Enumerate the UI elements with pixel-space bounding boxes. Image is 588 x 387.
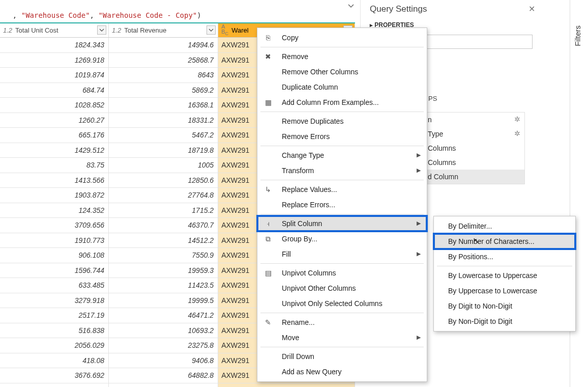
- cell-total-unit-cost[interactable]: 189.945: [0, 383, 109, 388]
- menu-item-label: Drill Down: [282, 352, 314, 361]
- menu-item-replace-errors[interactable]: Replace Errors...: [257, 197, 427, 212]
- cell-total-revenue[interactable]: 14994.6: [109, 38, 218, 52]
- menu-item-rename[interactable]: ✎Rename...: [257, 315, 427, 330]
- cell-total-unit-cost[interactable]: 1019.874: [0, 68, 109, 82]
- cell-total-unit-cost[interactable]: 3709.656: [0, 218, 109, 233]
- cell-total-unit-cost[interactable]: 1028.852: [0, 98, 109, 113]
- cell-total-revenue[interactable]: 64882.8: [109, 368, 218, 383]
- formula-bar[interactable]: , "Warehouse Code", "Warehouse Code - Co…: [4, 3, 352, 13]
- close-icon[interactable]: ✕: [528, 4, 535, 14]
- formula-prefix: ,: [13, 11, 21, 19]
- cell-total-unit-cost[interactable]: 1824.343: [0, 38, 109, 52]
- menu-item-move[interactable]: Move▶: [257, 330, 427, 345]
- submenu-item-by-delimiter[interactable]: By Delimiter...: [434, 218, 575, 234]
- menu-item-remove-errors[interactable]: Remove Errors: [257, 129, 427, 144]
- cell-total-unit-cost[interactable]: 1596.744: [0, 263, 109, 278]
- cell-total-unit-cost[interactable]: 83.75: [0, 158, 109, 173]
- cell-total-revenue[interactable]: 46471.2: [109, 308, 218, 323]
- cell-total-unit-cost[interactable]: 418.08: [0, 353, 109, 368]
- cell-total-revenue[interactable]: 14512.2: [109, 233, 218, 248]
- column-type-icon: ABC: [221, 24, 228, 36]
- menu-item-label: Unpivot Only Selected Columns: [282, 299, 383, 308]
- cell-total-revenue[interactable]: 18331.2: [109, 113, 218, 128]
- cell-total-revenue[interactable]: 1715.2: [109, 203, 218, 218]
- submenu-item-by-lowercase-to-uppercase[interactable]: By Lowercase to Uppercase: [434, 268, 575, 283]
- menu-item-add-as-new-query[interactable]: Add as New Query: [257, 364, 427, 379]
- cell-total-unit-cost[interactable]: 3676.692: [0, 368, 109, 383]
- column-type-icon: 1.2: [112, 26, 121, 34]
- menu-item-remove[interactable]: ✖Remove: [257, 49, 427, 64]
- menu-item-duplicate-column[interactable]: Duplicate Column: [257, 79, 427, 95]
- cell-total-revenue[interactable]: 11423.5: [109, 278, 218, 293]
- cell-total-unit-cost[interactable]: 124.352: [0, 203, 109, 218]
- cell-total-unit-cost[interactable]: 1269.918: [0, 53, 109, 68]
- cell-total-unit-cost[interactable]: 516.838: [0, 323, 109, 338]
- column-filter-icon[interactable]: [207, 25, 216, 35]
- cell-total-revenue[interactable]: 7550.9: [109, 248, 218, 263]
- group-icon: ⧉: [263, 234, 273, 243]
- formula-expand-icon[interactable]: [348, 3, 354, 11]
- cell-total-unit-cost[interactable]: 1260.27: [0, 113, 109, 128]
- menu-item-add-column-from-examples[interactable]: ▦Add Column From Examples...: [257, 95, 427, 110]
- gear-icon[interactable]: ✲: [514, 115, 520, 123]
- cell-total-revenue[interactable]: 12850.6: [109, 173, 218, 188]
- column-filter-icon[interactable]: [97, 25, 106, 35]
- submenu-item-by-non-digit-to-digit[interactable]: By Non-Digit to Digit: [434, 314, 575, 329]
- menu-item-fill[interactable]: Fill▶: [257, 246, 427, 262]
- cell-total-revenue[interactable]: 46370.7: [109, 218, 218, 233]
- cell-total-unit-cost[interactable]: 2056.029: [0, 338, 109, 353]
- gear-icon[interactable]: ✲: [514, 129, 520, 137]
- submenu-item-by-digit-to-non-digit[interactable]: By Digit to Non-Digit: [434, 298, 575, 314]
- menu-separator: [260, 347, 424, 347]
- menu-item-transform[interactable]: Transform▶: [257, 163, 427, 178]
- cell-total-revenue[interactable]: 1005: [109, 158, 218, 173]
- cell-total-revenue[interactable]: 23275.8: [109, 338, 218, 353]
- cell-warehouse-code[interactable]: AXW291: [218, 383, 355, 388]
- cell-total-unit-cost[interactable]: 1903.872: [0, 188, 109, 203]
- menu-item-unpivot-only-selected-columns[interactable]: Unpivot Only Selected Columns: [257, 296, 427, 311]
- cell-total-revenue[interactable]: 18719.8: [109, 143, 218, 158]
- menu-item-drill-down[interactable]: Drill Down: [257, 349, 427, 364]
- menu-item-copy[interactable]: ⎘Copy: [257, 30, 427, 45]
- menu-item-unpivot-other-columns[interactable]: Unpivot Other Columns: [257, 281, 427, 296]
- menu-item-replace-values[interactable]: ↳Replace Values...: [257, 182, 427, 197]
- cell-total-revenue[interactable]: 10693.2: [109, 323, 218, 338]
- menu-item-label: Transform: [282, 167, 314, 175]
- menu-item-label: Unpivot Columns: [282, 269, 336, 277]
- applied-steps-label-suffix: PS: [428, 95, 437, 102]
- cell-total-unit-cost[interactable]: 1910.773: [0, 233, 109, 248]
- submenu-item-by-positions[interactable]: By Positions...: [434, 249, 575, 264]
- cell-total-revenue[interactable]: 27764.8: [109, 188, 218, 203]
- submenu-item-by-number-of-characters[interactable]: By Number of Characters...↖: [434, 234, 575, 249]
- menu-item-remove-other-columns[interactable]: Remove Other Columns: [257, 64, 427, 79]
- column-header-total-revenue[interactable]: 1.2 Total Revenue: [109, 23, 218, 37]
- cell-total-revenue[interactable]: 8643: [109, 68, 218, 82]
- submenu-item-by-uppercase-to-lowercase[interactable]: By Uppercase to Lowercase: [434, 283, 575, 298]
- cell-total-unit-cost[interactable]: 906.108: [0, 248, 109, 263]
- filters-label: Filters: [573, 25, 582, 46]
- cell-total-unit-cost[interactable]: 2517.19: [0, 308, 109, 323]
- menu-item-unpivot-columns[interactable]: ▤Unpivot Columns: [257, 265, 427, 281]
- cell-total-unit-cost[interactable]: 684.74: [0, 83, 109, 98]
- menu-item-group-by[interactable]: ⧉Group By...: [257, 231, 427, 246]
- menu-separator: [260, 47, 424, 47]
- cell-total-unit-cost[interactable]: 1413.566: [0, 173, 109, 188]
- menu-item-remove-duplicates[interactable]: Remove Duplicates: [257, 114, 427, 129]
- cell-total-revenue[interactable]: 19999.5: [109, 293, 218, 308]
- cell-total-revenue[interactable]: 5467.2: [109, 128, 218, 143]
- cell-total-revenue[interactable]: 2814: [109, 383, 218, 388]
- table-row[interactable]: 189.9452814AXW291: [0, 383, 355, 388]
- cell-total-revenue[interactable]: 19959.3: [109, 263, 218, 278]
- column-header-total-unit-cost[interactable]: 1.2 Total Unit Cost: [0, 23, 109, 37]
- cell-total-revenue[interactable]: 9406.8: [109, 353, 218, 368]
- cell-total-revenue[interactable]: 25868.7: [109, 53, 218, 68]
- menu-item-split-column[interactable]: ⫞Split Column▶: [257, 216, 427, 231]
- cell-total-unit-cost[interactable]: 1429.512: [0, 143, 109, 158]
- menu-item-change-type[interactable]: Change Type▶: [257, 148, 427, 163]
- cell-total-unit-cost[interactable]: 665.176: [0, 128, 109, 143]
- cell-total-unit-cost[interactable]: 633.485: [0, 278, 109, 293]
- cell-total-revenue[interactable]: 16368.1: [109, 98, 218, 113]
- cell-total-revenue[interactable]: 5869.2: [109, 83, 218, 98]
- cell-total-unit-cost[interactable]: 3279.918: [0, 293, 109, 308]
- menu-item-label: Group By...: [282, 235, 317, 243]
